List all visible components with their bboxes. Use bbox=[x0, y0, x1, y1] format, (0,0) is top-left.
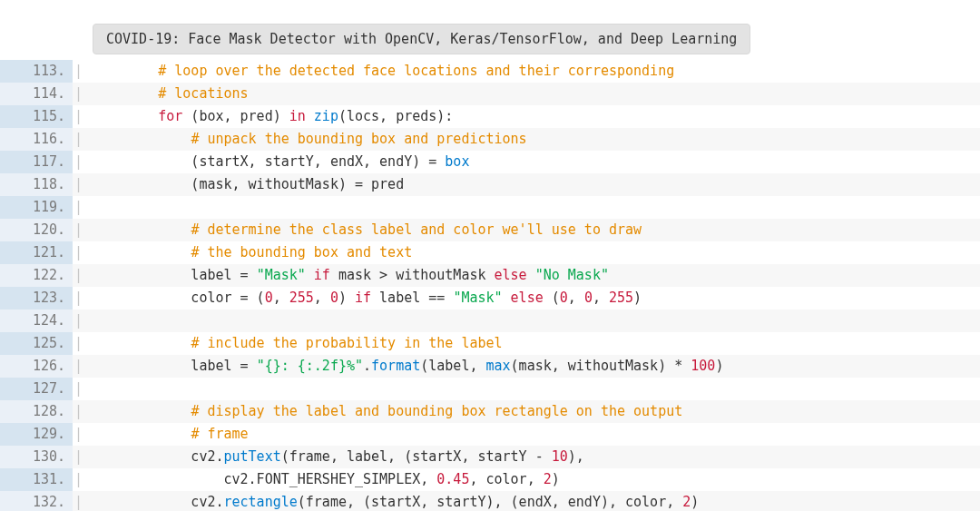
code-token: , bbox=[593, 290, 609, 306]
code-token: if bbox=[314, 267, 330, 283]
code-content: for (box, pred) in zip(locs, preds): bbox=[83, 105, 980, 128]
code-token: 0 bbox=[584, 290, 593, 306]
gutter-divider: | bbox=[73, 468, 83, 491]
code-content: # unpack the bounding box and prediction… bbox=[83, 128, 980, 151]
code-token: cv2. bbox=[93, 448, 224, 465]
line-number: 123. bbox=[0, 287, 73, 310]
gutter-divider: | bbox=[73, 378, 83, 400]
code-token: # include the probability in the label bbox=[191, 335, 502, 351]
code-token: label = bbox=[93, 267, 257, 283]
code-token: 0 bbox=[560, 290, 568, 306]
code-token bbox=[93, 403, 191, 419]
code-token bbox=[93, 335, 191, 351]
code-token: # determine the class label and color we… bbox=[191, 221, 642, 238]
code-row: 119.| bbox=[0, 196, 980, 219]
code-token: "Mask" bbox=[453, 290, 502, 306]
gutter-divider: | bbox=[73, 491, 83, 511]
code-row: 123.| color = (0, 255, 0) if label == "M… bbox=[0, 287, 980, 310]
code-content: cv2.putText(frame, label, (startX, start… bbox=[83, 446, 980, 468]
code-row: 113.| # loop over the detected face loca… bbox=[0, 60, 980, 83]
code-row: 125.| # include the probability in the l… bbox=[0, 332, 980, 355]
code-token bbox=[93, 85, 158, 102]
code-token: (locs, preds): bbox=[338, 108, 453, 124]
code-content: cv2.FONT_HERSHEY_SIMPLEX, 0.45, color, 2… bbox=[83, 468, 980, 491]
line-number: 125. bbox=[0, 332, 73, 355]
code-row: 129.| # frame bbox=[0, 423, 980, 446]
line-number: 115. bbox=[0, 105, 73, 128]
code-token: (frame, label, (startX, startY - bbox=[281, 448, 552, 465]
code-token: # loop over the detected face locations … bbox=[158, 63, 674, 79]
code-token: # the bounding box and text bbox=[191, 244, 412, 260]
code-token bbox=[93, 63, 158, 79]
code-content: color = (0, 255, 0) if label == "Mask" e… bbox=[83, 287, 980, 310]
code-token: , color, bbox=[469, 471, 543, 487]
code-token: # unpack the bounding box and prediction… bbox=[191, 131, 526, 147]
line-number: 118. bbox=[0, 173, 73, 196]
code-token bbox=[93, 199, 101, 215]
code-content: # include the probability in the label bbox=[83, 332, 980, 355]
code-token: "{}: {:.2f}%" bbox=[257, 358, 363, 374]
code-row: 127.| bbox=[0, 378, 980, 400]
code-row: 117.| (startX, startY, endX, endY) = box bbox=[0, 151, 980, 173]
code-token: 0.45 bbox=[436, 471, 469, 487]
code-content: # loop over the detected face locations … bbox=[83, 60, 980, 83]
line-number: 121. bbox=[0, 241, 73, 264]
gutter-divider: | bbox=[73, 196, 83, 219]
code-token: for bbox=[158, 108, 182, 124]
code-token: (frame, (startX, startY), (endX, endY), … bbox=[298, 494, 682, 510]
line-number: 130. bbox=[0, 446, 73, 468]
code-lines: 113.| # loop over the detected face loca… bbox=[0, 60, 980, 511]
code-row: 114.| # locations bbox=[0, 83, 980, 105]
gutter-divider: | bbox=[73, 355, 83, 378]
code-token: if bbox=[355, 290, 371, 306]
code-content: cv2.rectangle(frame, (startX, startY), (… bbox=[83, 491, 980, 511]
code-title: COVID-19: Face Mask Detector with OpenCV… bbox=[93, 24, 750, 54]
code-row: 130.| cv2.putText(frame, label, (startX,… bbox=[0, 446, 980, 468]
code-token bbox=[93, 426, 191, 442]
line-number: 113. bbox=[0, 60, 73, 83]
code-token: ) bbox=[715, 358, 723, 374]
gutter-divider: | bbox=[73, 83, 83, 105]
code-content: # determine the class label and color we… bbox=[83, 219, 980, 241]
code-content bbox=[83, 196, 980, 219]
code-token bbox=[306, 108, 314, 124]
code-token: , bbox=[568, 290, 584, 306]
code-content: (mask, withoutMask) = pred bbox=[83, 173, 980, 196]
code-token: 255 bbox=[289, 290, 314, 306]
code-content: # locations bbox=[83, 83, 980, 105]
code-token: cv2. bbox=[93, 494, 224, 510]
gutter-divider: | bbox=[73, 241, 83, 264]
line-number: 120. bbox=[0, 219, 73, 241]
code-token: rectangle bbox=[224, 494, 298, 510]
code-row: 118.| (mask, withoutMask) = pred bbox=[0, 173, 980, 196]
code-token: else bbox=[495, 267, 527, 283]
code-token: 2 bbox=[544, 471, 552, 487]
code-token: "No Mask" bbox=[535, 267, 609, 283]
code-row: 128.| # display the label and bounding b… bbox=[0, 400, 980, 423]
line-number: 132. bbox=[0, 491, 73, 511]
gutter-divider: | bbox=[73, 219, 83, 241]
code-content: (startX, startY, endX, endY) = box bbox=[83, 151, 980, 173]
code-token: 255 bbox=[609, 290, 633, 306]
gutter-divider: | bbox=[73, 423, 83, 446]
gutter-divider: | bbox=[73, 446, 83, 468]
code-token: (mask, withoutMask) * bbox=[511, 358, 691, 374]
line-number: 126. bbox=[0, 355, 73, 378]
code-content: # the bounding box and text bbox=[83, 241, 980, 264]
code-row: 116.| # unpack the bounding box and pred… bbox=[0, 128, 980, 151]
code-token: , bbox=[273, 290, 289, 306]
code-token: color = ( bbox=[93, 290, 265, 306]
code-row: 131.| cv2.FONT_HERSHEY_SIMPLEX, 0.45, co… bbox=[0, 468, 980, 491]
code-token: 100 bbox=[691, 358, 715, 374]
line-number: 124. bbox=[0, 310, 73, 332]
gutter-divider: | bbox=[73, 151, 83, 173]
code-token: box bbox=[445, 153, 469, 170]
code-token bbox=[306, 267, 314, 283]
code-row: 124.| bbox=[0, 310, 980, 332]
code-token bbox=[503, 290, 511, 306]
gutter-divider: | bbox=[73, 105, 83, 128]
code-token: ) bbox=[552, 471, 560, 487]
code-row: 115.| for (box, pred) in zip(locs, preds… bbox=[0, 105, 980, 128]
code-token: 10 bbox=[552, 448, 568, 465]
gutter-divider: | bbox=[73, 287, 83, 310]
